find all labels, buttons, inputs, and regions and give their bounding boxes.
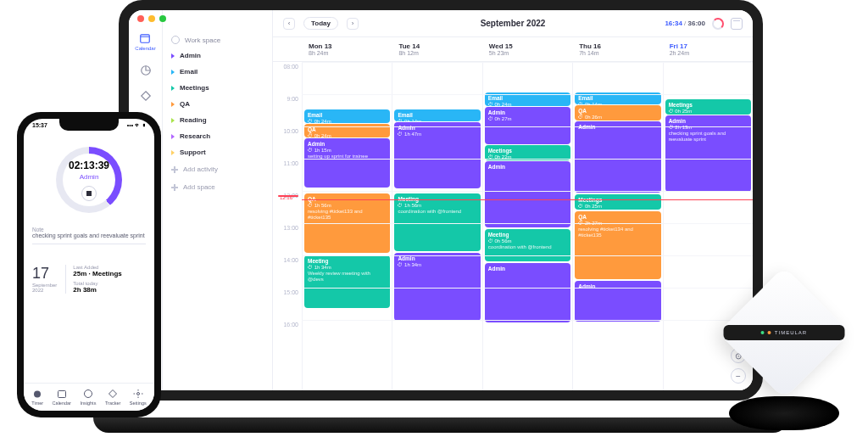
sidebar-activity-admin[interactable]: Admin (163, 48, 272, 64)
phone-notch (59, 119, 119, 131)
calendar-event[interactable]: Admin⏱ 0h 27m (485, 107, 570, 144)
tracked-time: 16:34 / 36:00 (665, 20, 705, 27)
tracker-device: TIMEULAR (712, 277, 856, 430)
phone-frame: 15:37 ••• ᯤ ▮ 02:13:39 Admin Note checki… (17, 112, 161, 417)
day-column-thu[interactable]: Email⏱ 0h 14mQA⏱ 0h 26mAdminMeetings⏱ 0h… (572, 62, 662, 390)
stop-button[interactable] (81, 186, 97, 201)
sidebar-activity-research[interactable]: Research (163, 128, 272, 144)
note-label: Note (32, 227, 146, 233)
timer-ring: 02:13:39 Admin (56, 147, 122, 213)
window-traffic-lights (137, 15, 166, 22)
tab-settings[interactable]: Settings (130, 389, 147, 406)
day-column-wed[interactable]: Email⏱ 0h 24mAdmin⏱ 0h 27mMeetings⏱ 0h 2… (482, 62, 572, 390)
hour-label: 16:00 (273, 320, 302, 352)
led-green-icon (761, 331, 765, 334)
calendar-event[interactable]: Meeting⏱ 0h 56mcoordination with @fronte… (485, 229, 570, 261)
calendar-event[interactable]: Meeting⏱ 1h 56mcoordination with @fronte… (394, 193, 480, 251)
sidebar-activity-email[interactable]: Email (163, 64, 272, 80)
maximize-dot-icon[interactable] (159, 15, 166, 22)
sidebar-activity-qa[interactable]: QA (163, 96, 272, 112)
rail-calendar[interactable]: Calendar (135, 32, 155, 51)
datepicker-icon[interactable] (731, 18, 743, 30)
day-number: 17 (32, 265, 57, 283)
hour-label: 14:00 (273, 255, 302, 288)
workspace-title: Work space (185, 36, 220, 44)
now-indicator (302, 199, 753, 200)
hour-label: 15:00 (273, 288, 302, 320)
calendar-event[interactable]: Admin (575, 121, 660, 193)
calendar-event[interactable]: QA⏱ 0h 26m (575, 105, 660, 120)
plus-icon (171, 184, 178, 191)
hour-label: 08:00 (273, 62, 302, 94)
calendar-icon (139, 32, 151, 44)
add-space[interactable]: Add space (163, 178, 272, 196)
rail-tracker[interactable] (140, 90, 152, 102)
add-activity[interactable]: Add activity (163, 160, 272, 178)
day-header[interactable]: Mon 138h 24m (302, 37, 392, 61)
sidebar-activity-support[interactable]: Support (163, 144, 272, 160)
stop-icon (86, 191, 92, 196)
status-time: 15:37 (32, 122, 47, 128)
calendar-event[interactable]: QA⏱ 2h 27mresolving #ticket134 and #tick… (575, 211, 660, 279)
day-column-mon[interactable]: Email⏱ 0h 24mQA⏱ 0h 24mAdmin⏱ 1h 15msett… (302, 62, 392, 390)
triangle-icon (171, 53, 175, 59)
calendar-event[interactable]: Meetings⏱ 0h 25m (575, 194, 660, 210)
calendar-topbar: ‹ Today › September 2022 16:34 / 36:00 (273, 10, 753, 37)
now-label: 12:16 (280, 195, 292, 200)
calendar-event[interactable]: Admin (485, 263, 570, 322)
laptop-frame: Calendar Work space AdminEmailMeetingsQA… (119, 0, 763, 426)
day-header[interactable]: Wed 155h 23m (482, 37, 572, 61)
day-header[interactable]: Fri 172h 24m (663, 37, 753, 61)
day-header[interactable]: Thu 167h 14m (572, 37, 662, 61)
tracker-body: TIMEULAR (718, 266, 850, 399)
svg-point-4 (84, 390, 92, 398)
triangle-icon (171, 134, 175, 139)
tab-tracker[interactable]: Tracker (105, 389, 120, 406)
calendar-grid[interactable]: 08:009:0010:0011:0012:0013:0014:0015:001… (273, 62, 753, 390)
stopwatch-icon (32, 389, 42, 399)
close-dot-icon[interactable] (137, 15, 144, 22)
svg-point-2 (34, 391, 41, 398)
rail-calendar-label: Calendar (135, 46, 155, 51)
note-text: checking sprint goals and reevaluate spr… (32, 233, 146, 238)
prev-week-button[interactable]: ‹ (283, 18, 295, 30)
sidebar-activity-meetings[interactable]: Meetings (163, 80, 272, 96)
svg-rect-0 (141, 35, 150, 42)
calendar-event[interactable]: Admin⏱ 1h 34m (394, 253, 480, 321)
hour-label: 13:00 (273, 223, 302, 255)
phone-screen: 15:37 ••• ᯤ ▮ 02:13:39 Admin Note checki… (24, 119, 154, 411)
calendar-event[interactable]: Admin (485, 161, 570, 227)
rail-reports[interactable] (140, 64, 152, 76)
calendar-event[interactable]: Admin⏱ 1h 47m (394, 122, 480, 188)
sidebar-activity-reading[interactable]: Reading (163, 112, 272, 128)
day-column-tue[interactable]: Email⏱ 0h 14mAdmin⏱ 1h 47mMeeting⏱ 1h 56… (392, 62, 481, 390)
hour-label: 10:00 (273, 126, 302, 159)
today-button[interactable]: Today (303, 17, 338, 30)
piechart-icon (140, 64, 152, 76)
diamond-icon (140, 90, 152, 102)
note-section[interactable]: Note checking sprint goals and reevaluat… (32, 227, 146, 244)
minimize-dot-icon[interactable] (148, 15, 155, 22)
workspace-header[interactable]: Work space (163, 32, 272, 48)
calendar-event[interactable]: Admin⏱ 1h 15msetting up sprint for train… (304, 138, 390, 188)
phone-tabbar: Timer Calendar Insights Tracker Settings (24, 383, 154, 411)
tab-timer[interactable]: Timer (31, 389, 43, 406)
calendar-event[interactable]: Email⏱ 0h 24m (304, 109, 390, 123)
timer-value: 02:13:39 (69, 160, 109, 171)
day-summary: 17 September 2022 Last Added25m · Meetin… (32, 265, 146, 294)
activity-sidebar: Work space AdminEmailMeetingsQAReadingRe… (163, 10, 273, 390)
day-header[interactable]: Tue 148h 12m (392, 37, 481, 61)
next-week-button[interactable]: › (347, 18, 359, 30)
hour-label: 11:00 (273, 159, 302, 191)
led-orange-icon (768, 331, 771, 334)
tab-calendar[interactable]: Calendar (53, 389, 71, 406)
timer-activity: Admin (80, 173, 99, 181)
tracker-brand: TIMEULAR (775, 330, 807, 335)
calendar-event[interactable]: Meeting⏱ 1h 34mWeekly review meeting wit… (304, 255, 390, 308)
triangle-icon (171, 86, 175, 91)
tracker-band: TIMEULAR (724, 325, 845, 340)
calendar-event[interactable]: Meetings⏱ 0h 25m (665, 99, 751, 115)
tab-insights[interactable]: Insights (80, 389, 96, 406)
tracker-dock (729, 396, 839, 430)
calendar-event[interactable]: Email⏱ 0h 14m (394, 109, 480, 121)
